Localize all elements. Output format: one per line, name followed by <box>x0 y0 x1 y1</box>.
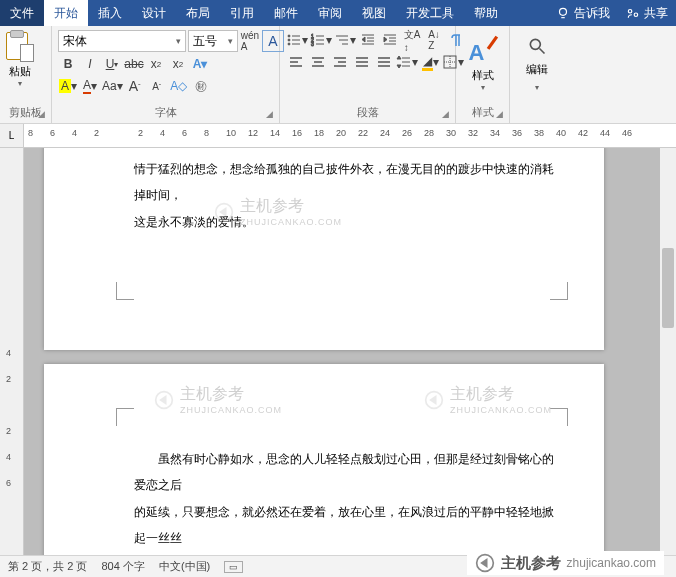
paste-button[interactable]: 粘贴 ▾ <box>4 28 36 90</box>
text-effects-button[interactable]: A▾ <box>190 54 210 74</box>
tab-references[interactable]: 引用 <box>220 0 264 26</box>
tab-mailings[interactable]: 邮件 <box>264 0 308 26</box>
status-page[interactable]: 第 2 页，共 2 页 <box>8 559 87 574</box>
doc-line: 虽然有时心静如水，思念的人儿轻轻点般划过心田，但那是经过刻骨铭心的爱恋之后 <box>134 446 564 499</box>
align-right-button[interactable] <box>330 52 350 72</box>
bold-button[interactable]: B <box>58 54 78 74</box>
font-size-select[interactable]: 五号▾ <box>188 30 238 52</box>
paragraph-launcher-icon[interactable]: ◢ <box>442 107 449 121</box>
superscript-button[interactable]: x2 <box>168 54 188 74</box>
enclose-char-button[interactable]: ㊖ <box>191 76 211 96</box>
svg-marker-46 <box>397 56 401 59</box>
font-launcher-icon[interactable]: ◢ <box>266 107 273 121</box>
bucket-icon: ◢ <box>422 54 433 71</box>
group-editing: 编辑▾ <box>510 26 564 123</box>
numbering-button[interactable]: 123▾ <box>310 30 332 50</box>
tab-help[interactable]: 帮助 <box>464 0 508 26</box>
shrink-font-button[interactable]: Aˇ <box>147 76 167 96</box>
svg-point-2 <box>634 13 638 17</box>
tab-design[interactable]: 设计 <box>132 0 176 26</box>
svg-point-5 <box>288 39 290 41</box>
svg-point-54 <box>156 391 173 408</box>
line-spacing-icon <box>396 54 412 70</box>
tab-developer[interactable]: 开发工具 <box>396 0 464 26</box>
status-extra-icon[interactable]: ▭ <box>224 561 243 573</box>
group-clipboard: 粘贴 ▾ 剪贴板◢ <box>0 26 52 123</box>
status-language[interactable]: 中文(中国) <box>159 559 210 574</box>
editing-button[interactable]: 编辑▾ <box>514 28 560 92</box>
page-2: 主机参考ZHUJICANKAO.COM 主机参考ZHUJICANKAO.COM … <box>44 364 604 555</box>
phonetic-guide-button[interactable]: wénA <box>240 31 260 51</box>
change-case-button[interactable]: Aa▾ <box>102 76 123 96</box>
align-justify-button[interactable] <box>352 52 372 72</box>
status-words[interactable]: 804 个字 <box>101 559 144 574</box>
svg-marker-22 <box>362 37 365 42</box>
group-styles: A 样式▾ 样式◢ <box>456 26 510 123</box>
horizontal-ruler[interactable]: 8642246810121416182022242628303234363840… <box>24 124 676 147</box>
margin-corner-icon <box>116 282 134 300</box>
share-button[interactable]: 共享 <box>618 5 676 22</box>
svg-marker-27 <box>384 37 387 42</box>
watermark: 主机参考ZHUJICANKAO.COM <box>424 384 552 415</box>
tab-home[interactable]: 开始 <box>44 0 88 26</box>
sort-button[interactable]: A↓Z <box>424 30 444 50</box>
ruler-corner[interactable]: L <box>0 124 24 147</box>
shading-button[interactable]: ◢▾ <box>420 52 440 72</box>
decrease-indent-button[interactable] <box>358 30 378 50</box>
margin-corner-icon <box>550 408 568 426</box>
outdent-icon <box>360 32 376 48</box>
grow-font-button[interactable]: Aˆ <box>125 76 145 96</box>
align-center-icon <box>310 54 326 70</box>
svg-marker-47 <box>397 65 401 68</box>
highlight-button[interactable]: A▾ <box>58 76 78 96</box>
align-right-icon <box>332 54 348 70</box>
line-spacing-button[interactable]: ▾ <box>396 52 418 72</box>
styles-icon: A <box>467 32 499 68</box>
search-icon <box>527 36 547 56</box>
watermark: 主机参考ZHUJICANKAO.COM <box>154 384 282 415</box>
tell-me[interactable]: 告诉我 <box>548 5 618 22</box>
multilevel-icon <box>334 32 350 48</box>
distribute-button[interactable] <box>374 52 394 72</box>
doc-line: 这是永不寡淡的爱情。 <box>134 209 564 235</box>
margin-corner-icon <box>550 282 568 300</box>
tab-layout[interactable]: 布局 <box>176 0 220 26</box>
bullets-button[interactable]: ▾ <box>286 30 308 50</box>
multilevel-button[interactable]: ▾ <box>334 30 356 50</box>
tab-file[interactable]: 文件 <box>0 0 44 26</box>
page-1: 情于猛烈的想念，想念给孤独的自己披件外衣，在漫无目的的踱步中快速的消耗掉时间， … <box>44 148 604 350</box>
styles-button[interactable]: A 样式▾ <box>460 28 505 92</box>
clipboard-launcher-icon[interactable]: ◢ <box>38 107 45 121</box>
align-left-icon <box>288 54 304 70</box>
ribbon: 粘贴 ▾ 剪贴板◢ 宋体▾ 五号▾ wénA A B I U ▾ abc x2 … <box>0 26 676 124</box>
tab-view[interactable]: 视图 <box>352 0 396 26</box>
vertical-scrollbar[interactable] <box>660 148 676 555</box>
doc-line: 的延续，只要想念，就必然还在爱着，放在心里，在风浪过后的平静中轻轻地掀起一丝丝 <box>134 499 564 552</box>
underline-button[interactable]: U ▾ <box>102 54 122 74</box>
svg-line-52 <box>540 49 545 54</box>
scrollbar-thumb[interactable] <box>662 248 674 328</box>
bullets-icon <box>286 32 302 48</box>
font-name-select[interactable]: 宋体▾ <box>58 30 186 52</box>
strikethrough-button[interactable]: abc <box>124 54 144 74</box>
styles-launcher-icon[interactable]: ◢ <box>496 107 503 121</box>
align-center-button[interactable] <box>308 52 328 72</box>
lightbulb-icon <box>556 6 570 20</box>
document-area[interactable]: 情于猛烈的想念，想念给孤独的自己披件外衣，在漫无目的的踱步中快速的消耗掉时间， … <box>24 148 660 555</box>
text-direction-button[interactable]: 文A↕ <box>402 30 422 50</box>
align-justify-icon <box>354 54 370 70</box>
tab-insert[interactable]: 插入 <box>88 0 132 26</box>
svg-point-51 <box>530 39 540 49</box>
vertical-ruler[interactable]: 42246 <box>0 148 24 555</box>
subscript-button[interactable]: x2 <box>146 54 166 74</box>
margin-corner-icon <box>116 408 134 426</box>
paste-icon <box>6 30 34 62</box>
italic-button[interactable]: I <box>80 54 100 74</box>
menu-bar: 文件 开始 插入 设计 布局 引用 邮件 审阅 视图 开发工具 帮助 告诉我 共… <box>0 0 676 26</box>
ruler-area: L 86422468101214161820222426283032343638… <box>0 124 676 148</box>
align-left-button[interactable] <box>286 52 306 72</box>
font-color-button[interactable]: A▾ <box>80 76 100 96</box>
tab-review[interactable]: 审阅 <box>308 0 352 26</box>
clear-format-button[interactable]: A◇ <box>169 76 189 96</box>
increase-indent-button[interactable] <box>380 30 400 50</box>
